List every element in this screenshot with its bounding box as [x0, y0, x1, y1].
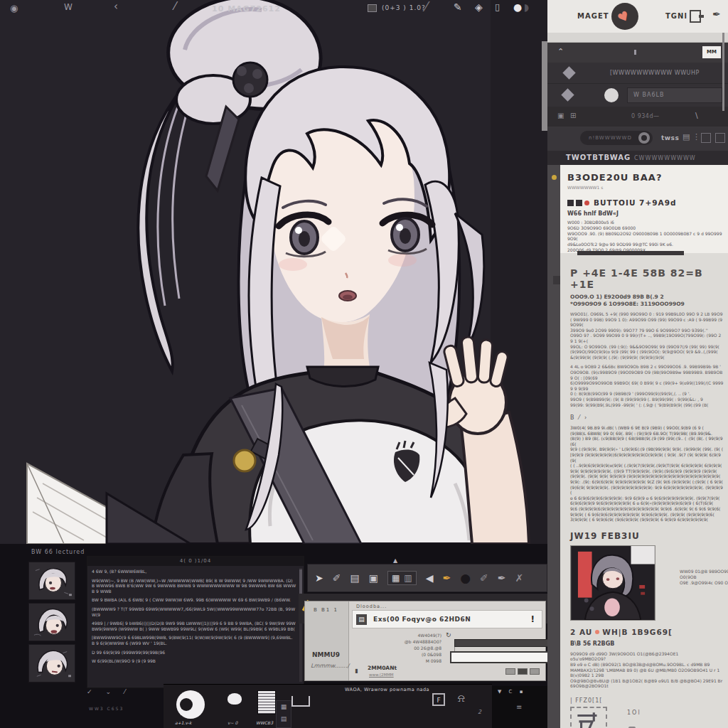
apply-button[interactable] — [530, 668, 540, 675]
vertical-icon-strip[interactable]: ▦▤ — [276, 700, 291, 728]
airbrush-tool-icon[interactable]: ➤ — [315, 573, 323, 583]
slash-icon[interactable]: \ — [695, 111, 698, 120]
dialog-footer-link[interactable]: 2MM0ANt — [368, 665, 397, 671]
printer-icon[interactable]: ⊞ — [570, 112, 577, 119]
ink-bottle-icon[interactable]: ◈ — [475, 2, 483, 12]
sketch-thumbnail-1[interactable] — [28, 562, 75, 600]
app-logo-icon[interactable] — [176, 690, 205, 719]
doc-line: 9(9( 9(9(9(9(9(9(9(. ((9(9 ΤΤ(9(9(9(9(. … — [570, 469, 724, 474]
notes-scrollbar[interactable] — [299, 568, 302, 682]
window-icon[interactable]: ▣ — [557, 112, 564, 119]
bucket-tool-icon[interactable]: ▤ — [350, 573, 359, 583]
frame-outline-icon[interactable] — [701, 133, 711, 143]
topbar-left-label[interactable]: MAGET — [577, 12, 609, 20]
line-tool-icon[interactable]: ⁄ — [425, 0, 427, 14]
drawing-canvas[interactable]: ◉ W ‹ ⁄ 10 MAG72612 (0+3 ) 1.0? ⁄ ✎ ◈ ▯ … — [0, 0, 547, 544]
framed-f-icon[interactable]: F — [432, 693, 445, 706]
list-icon[interactable]: ⋮ — [692, 132, 701, 141]
notes-titlebar[interactable]: 4( 0 )1/04 — [87, 557, 304, 566]
doc-paragraph-block-2: W9O01(. O969L 5 +9( (990 99O99O 0 : 919 … — [570, 311, 724, 360]
color-swatch-secondary-icon[interactable]: ◗ — [524, 2, 529, 12]
eraser-tool-icon[interactable]: ✗ — [515, 573, 523, 583]
paw-app-button[interactable]: ♥ — [611, 3, 638, 30]
canvas-frame-icon[interactable]: ▯ — [495, 2, 500, 11]
topbar-substrip — [547, 33, 728, 43]
dialog-header-row[interactable]: ▤ Exs(00 Foqyv@o 62HD6N ! — [352, 610, 542, 628]
notes-paragraph: [BWW9WW9O(9 6 69BLW99B(9WB, 9(BW(9(11( 9… — [92, 635, 296, 646]
shape-tool-icon[interactable]: ▣ — [369, 573, 378, 583]
export-door-icon[interactable] — [690, 10, 701, 23]
selected-tools-group: ▦ ▥ — [387, 571, 417, 585]
doc-line: (B(9) ) B9 (B(. (c9(BB(9(9 ( 6B(9BB(9(.(… — [570, 436, 724, 446]
mini-icons-row[interactable]: ▼ C ▪ — [498, 689, 525, 695]
frame-outline-icon-2[interactable] — [715, 133, 725, 143]
layer-row-2[interactable]: W BA6LB — [547, 84, 728, 107]
bell-count: 2 — [478, 709, 481, 715]
notes-paragraph: BW 9 BWBA (A)L 6 6WB( 9 ( CWW 9WW)W 6W9.… — [92, 597, 296, 603]
doc-line: (9(BB)L 6BWB( 99 0( 69(. B9( : (9((9(9 6… — [570, 431, 724, 437]
document-section-1: B3ODE20U BAA? WWWWWWW1 s BUTTOIU 7+9A9d … — [560, 165, 728, 253]
notes-panel[interactable]: 4( 0 )1/04 4 6W 9, (B? 6WWW6WBL,W9(WW)~,… — [87, 556, 304, 688]
app-menu-icon[interactable]: ◉ — [10, 4, 18, 13]
pen-tool-icon[interactable]: ✐ — [333, 573, 341, 583]
doc-line: 3W0(4( 9B.B9 9i.dB( \ (WB9 6 9E B(9 (9B9… — [570, 425, 724, 431]
yellow-marker-icon[interactable]: ✒ — [442, 573, 451, 583]
doc-image-caption: WW09 01@B 9B9OO99 19O0(9OBO9E .9@O99i4c … — [680, 569, 728, 586]
ok-button[interactable] — [505, 668, 515, 675]
doc-line: o5u'o9MBO2O9? — [570, 656, 724, 662]
pill-knob-icon[interactable] — [638, 132, 650, 144]
refresh-icon[interactable]: ↻ — [446, 631, 451, 638]
dialog-main: Dloodba... ▤ Exs(00 Foqyv@o 62HD6N ! 4W4… — [349, 601, 545, 680]
doc-line: 3(9(9(9( ( 6 9(9(6(9( (9(6(9(9(9( (9(9(9… — [570, 517, 724, 523]
cancel-button[interactable] — [518, 668, 528, 675]
image-icon[interactable]: ▤ — [682, 132, 690, 141]
doc-line: O9O9OB. (9(c99B9O9 (99O09OB9 O9 (9B(99O9… — [570, 370, 724, 380]
doc-image-thumbnail[interactable] — [570, 545, 655, 621]
color-swatch-icon[interactable]: ● — [513, 2, 522, 12]
pill-label: twss — [661, 134, 679, 141]
bell-icon[interactable]: ⍾ — [458, 692, 465, 705]
doc-line: 6(9(6(9(9(9 9(6(9(9(9(9(9(9( 6 o 6(9(«(9… — [570, 500, 724, 506]
panel-handle-icon[interactable]: ▲ — [393, 557, 397, 564]
layer-name-input[interactable]: W BA6LB — [627, 87, 722, 103]
doc-line: 9(9 (:(9(9(9(. B9(9(9(» ' L(9(9(6(:(9 (9… — [570, 446, 724, 452]
dialog-side-top-label: B B1 1 — [314, 607, 338, 613]
dialog-side-signature: Lmmmw......./ — [311, 663, 349, 669]
tray-icon[interactable] — [291, 696, 310, 707]
printer-app-icon[interactable] — [257, 690, 276, 714]
settings-row[interactable]: ▣ ⊞ 0 934d— \ — [547, 107, 728, 127]
sketch-thumbnail-2[interactable] — [28, 603, 75, 641]
color-circle-icon[interactable] — [604, 88, 619, 102]
sketch-thumbnail-3[interactable] — [28, 644, 75, 682]
notes-paragraph: D 99 69(9(99 (999W99(99(99B(96 — [92, 650, 296, 655]
mm-button[interactable]: MM — [702, 46, 721, 58]
undo-arrow-icon[interactable]: ◀ — [426, 573, 434, 583]
chevron-up-icon[interactable]: ⌃ — [557, 47, 564, 56]
gray-brush-icon[interactable]: ✐ — [480, 573, 488, 583]
back-arrow-icon[interactable]: ‹ — [114, 1, 118, 12]
layer-preview-icon[interactable] — [368, 4, 377, 12]
wand-tool-icon[interactable]: W — [64, 3, 73, 11]
edit-pen-icon[interactable]: ✒ — [712, 9, 721, 20]
panel-collapse-header[interactable]: ⌃ MM — [547, 43, 728, 63]
ink-brush-icon[interactable]: ● — [460, 572, 471, 584]
thumb-face-sketch — [29, 645, 75, 682]
topbar-right-label[interactable]: TGNl — [665, 12, 687, 20]
dialog-footer-sublink[interactable]: www.(2MMM — [369, 673, 394, 677]
slash-tool-icon[interactable]: ⁄ — [174, 1, 176, 12]
red-dot-icon — [584, 200, 589, 205]
texture-brush-icon[interactable]: ▥ — [404, 574, 412, 582]
doc-heading-3: P +4E 1-4E 58B 82=B +1E — [570, 267, 724, 290]
layer-row-1[interactable]: [WWWWWWWWWW WWUHP — [547, 63, 728, 84]
blob-app-icon[interactable] — [228, 693, 242, 705]
menu-lines-icon[interactable]: ≡ — [516, 703, 522, 711]
doc-line: 4 4L o 9OB9 2 6&6Bc BW9O9Ob B9B 2 c 99O9… — [570, 364, 724, 370]
pen-tool-icon[interactable]: ✎ — [454, 2, 462, 12]
mini-tool-row[interactable]: ✓ ⌄ ⁄ — [87, 688, 156, 702]
right-scroll-edge[interactable] — [722, 33, 724, 111]
export-dialog[interactable]: B B1 1 NMMU9 Lmmmw......./ Dloodba... ▤ … — [304, 601, 546, 681]
active-brush-icon[interactable]: ▦ — [392, 574, 400, 582]
soft-brush-icon[interactable]: ✒ — [498, 573, 506, 583]
divider-dot — [634, 50, 636, 55]
doc-heading-5b: WH|B 1B9G69[ — [602, 628, 673, 636]
